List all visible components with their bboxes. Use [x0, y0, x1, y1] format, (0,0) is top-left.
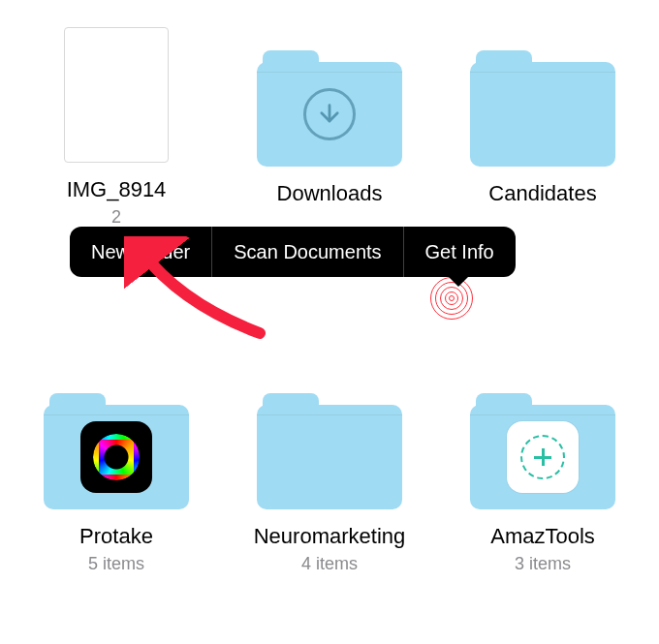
protake-app-icon [80, 421, 152, 493]
files-grid-row-2: Protake 5 items Neuromarketing 4 items A… [0, 343, 659, 618]
context-menu-get-info[interactable]: Get Info [404, 227, 516, 277]
folder-item-amaztools[interactable]: AmazTools 3 items [446, 366, 640, 618]
blank-file-icon [64, 27, 169, 163]
file-item[interactable]: IMG_8914 2 [19, 23, 213, 246]
files-grid-row-1: IMG_8914 2 Downloads [0, 0, 659, 246]
item-subtext: 2 [111, 207, 121, 228]
folder-icon [44, 393, 189, 509]
item-name: Candidates [488, 180, 596, 207]
context-menu-tail-icon [448, 276, 469, 287]
item-name: AmazTools [490, 523, 595, 550]
download-arrow-icon [303, 88, 356, 140]
folder-icon [257, 393, 402, 509]
context-menu: New Folder Scan Documents Get Info [70, 227, 516, 277]
context-menu-scan-documents[interactable]: Scan Documents [212, 227, 402, 277]
item-subtext: 4 items [301, 554, 358, 574]
folder-item-downloads[interactable]: Downloads [233, 23, 426, 246]
item-name: IMG_8914 [67, 176, 167, 203]
item-name: Downloads [277, 180, 383, 207]
folder-icon [470, 393, 615, 509]
folder-item-neuromarketing[interactable]: Neuromarketing 4 items [233, 366, 426, 618]
folder-item-candidates[interactable]: Candidates [446, 23, 640, 246]
folder-item-protake[interactable]: Protake 5 items [19, 366, 213, 618]
item-subtext: 3 items [515, 554, 571, 574]
amaztools-app-icon [507, 421, 579, 493]
item-name: Protake [79, 523, 153, 550]
folder-icon [257, 50, 402, 167]
context-menu-new-folder[interactable]: New Folder [70, 227, 211, 277]
folder-icon [470, 50, 615, 167]
item-name: Neuromarketing [254, 523, 406, 550]
item-subtext: 5 items [88, 554, 144, 574]
